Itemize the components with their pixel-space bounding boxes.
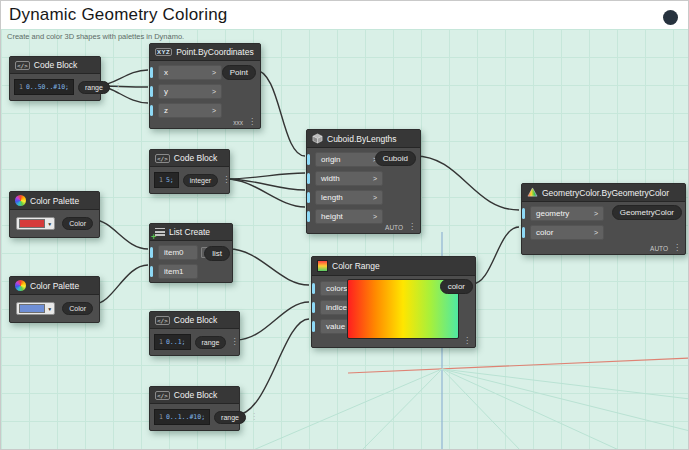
input-port-item0[interactable]: item0 [158,245,198,260]
plus-icon: + [151,233,156,241]
code-editor[interactable]: 1 5; [154,172,179,188]
wire[interactable] [226,173,305,179]
code-block-node-1[interactable]: </> Code Block 1 0..50..#10; range ⋮ [9,56,101,101]
node-header[interactable]: Color Range [312,257,475,276]
menu-dots[interactable]: ⋮ [463,337,471,345]
node-header[interactable]: Color Palette [10,192,99,210]
menu-dots[interactable]: ⋮ [408,223,416,231]
output-port-range[interactable]: range [78,81,110,94]
input-port-item1[interactable]: item1 [158,264,198,279]
output-port-integer[interactable]: integer [183,174,218,187]
port-label: value [326,322,345,331]
menu-dots[interactable]: ⋮ [114,83,122,91]
chevron-down-icon: ▼ [47,306,52,312]
input-port-length[interactable]: length > [315,190,383,205]
line-number: 1 [159,176,163,184]
wire[interactable] [472,227,519,284]
menu-dots[interactable]: ⋮ [673,244,681,252]
lacing-indicator[interactable]: AUTO [385,224,403,231]
wire[interactable] [229,249,309,285]
line-number: 1 [159,413,163,421]
output-port-color[interactable]: Color [62,302,93,315]
code-editor[interactable]: 1 0..1; [154,334,191,350]
node-title: Code Block [34,60,77,70]
title-bar: Dynamic Geometry Coloring [1,1,688,29]
wire[interactable] [236,319,309,415]
menu-dots[interactable]: ⋮ [222,176,230,184]
node-header[interactable]: Color Palette [10,277,99,295]
output-port-list[interactable]: list [204,246,230,261]
input-port-geometry[interactable]: geometry > [530,206,604,221]
node-title: Code Block [174,315,217,325]
color-dropdown[interactable]: ▼ [16,217,55,230]
port-label: colors [326,284,347,293]
node-header[interactable]: Cuboid.ByLengths [307,130,420,148]
wire[interactable] [236,302,309,340]
node-title: List Create [169,227,210,237]
node-header[interactable]: </> Code Block [150,312,239,329]
port-label: origin [321,155,341,164]
code-block-node-3[interactable]: </> Code Block 1 0..1; range ⋮ [149,311,240,356]
input-port-width[interactable]: width > [315,171,383,186]
output-port-color[interactable]: Color [62,217,93,230]
node-header[interactable]: </> Code Block [150,150,229,167]
color-wheel-icon [15,195,26,206]
point-bycoordinates-node[interactable]: XYZ Point.ByCoordinates x > y > z > Poin… [149,43,261,129]
input-port-origin[interactable]: origin > [315,152,383,167]
color-dropdown[interactable]: ▼ [16,302,55,315]
avatar-badge[interactable] [663,10,678,25]
node-header[interactable]: XYZ Point.ByCoordinates [150,44,260,61]
input-port-color[interactable]: color > [530,225,604,240]
lacing-indicator[interactable]: xxx [233,119,243,126]
output-port-geometrycolor[interactable]: GeometryColor [612,205,682,220]
line-number: 1 [19,83,23,91]
code-editor[interactable]: 1 0..50..#10; [14,79,74,95]
wire[interactable] [94,265,148,304]
node-header[interactable]: </> Code Block [150,387,239,404]
page-subtitle: Create and color 3D shapes with palettes… [7,32,184,41]
port-label: z [164,106,168,115]
code-editor[interactable]: 1 0..1..#10; [154,409,210,425]
input-port-height[interactable]: height > [315,209,383,224]
cuboid-bylengths-node[interactable]: Cuboid.ByLengths origin > width > length… [306,129,421,234]
chevron-icon: > [367,194,377,201]
port-label: x [164,68,168,77]
wire[interactable] [226,179,305,207]
node-title: Code Block [174,153,217,163]
wire[interactable] [415,156,519,210]
wire[interactable] [94,220,148,249]
code-icon: </> [155,391,170,400]
menu-dots[interactable]: ⋮ [230,338,238,346]
input-port-y[interactable]: y > [158,84,222,99]
wire[interactable] [255,70,305,156]
menu-dots[interactable]: ⋮ [248,118,256,126]
node-header[interactable]: GeometryColor.ByGeometryColor [522,184,685,202]
code-block-node-2[interactable]: </> Code Block 1 5; integer ⋮ [149,149,230,194]
output-port-range[interactable]: range [195,336,227,349]
color-wheel-icon [15,280,26,291]
port-label: color [536,228,553,237]
code-block-node-4[interactable]: </> Code Block 1 0..1..#10; range ⋮ [149,386,240,431]
color-palette-node-1[interactable]: Color Palette ▼ Color [9,191,100,238]
output-port-cuboid[interactable]: Cuboid [375,151,416,166]
color-palette-node-2[interactable]: Color Palette ▼ Color [9,276,100,323]
color-range-node[interactable]: Color Range colors indices value color ⋮ [311,256,476,348]
lacing-indicator[interactable]: AUTO [650,245,668,252]
geometrycolor-node[interactable]: GeometryColor.ByGeometryColor geometry >… [521,183,686,255]
chevron-icon: > [206,107,216,114]
menu-dots[interactable]: ⋮ [250,413,258,421]
port-label: width [321,174,340,183]
port-label: item0 [164,248,184,257]
output-port-point[interactable]: Point [222,65,256,80]
input-port-x[interactable]: x > [158,65,222,80]
output-port-color[interactable]: color [440,279,473,294]
output-port-range[interactable]: range [214,411,246,424]
chevron-icon: > [206,69,216,76]
code-icon: </> [155,316,170,325]
node-header[interactable]: + List Create [150,224,232,241]
list-create-node[interactable]: + List Create item0 + − item1 list [149,223,233,283]
input-port-z[interactable]: z > [158,103,222,118]
node-title: GeometryColor.ByGeometryColor [542,188,669,198]
port-label: geometry [536,209,569,218]
node-header[interactable]: </> Code Block [10,57,100,74]
